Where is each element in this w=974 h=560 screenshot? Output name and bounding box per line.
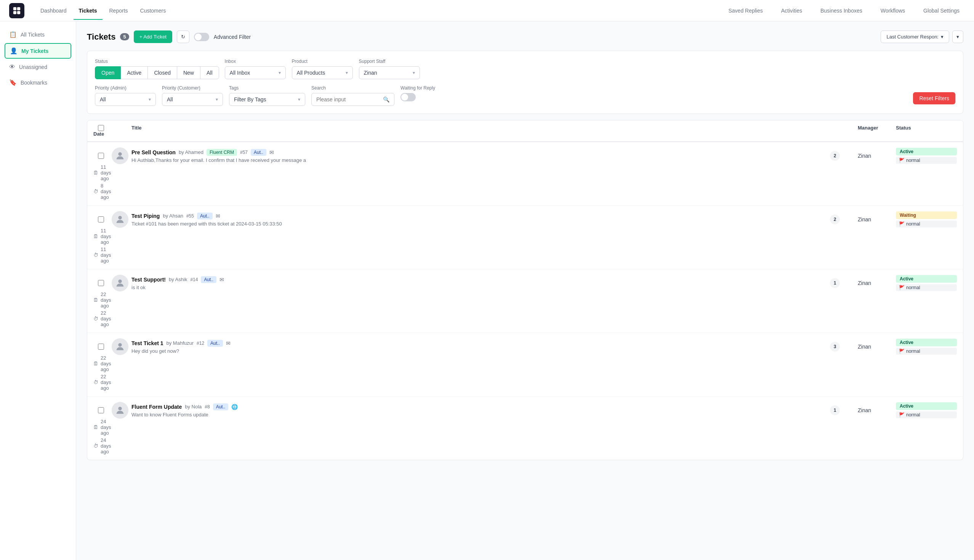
row-3-replies: 1 [812,278,858,288]
date-value-2: 8 days ago [101,183,111,200]
sidebar-label-unassigned: Unassigned [19,64,47,70]
reply-count: 2 [830,215,840,224]
tab-all[interactable]: All [200,66,219,79]
filter-row-2: Priority (Admin) All ▾ Priority (Custome… [95,85,955,106]
row-1-checkbox[interactable] [98,153,104,159]
tags-select[interactable]: Filter By Tags ▾ [229,93,305,106]
ticket-title-line: Pre Sell Question by Ahamed Fluent CRM #… [132,149,812,156]
priority-badge: 🚩 normal [896,348,957,355]
row-1-manager: Zinan [858,153,896,159]
eye-icon: 👁 [9,63,15,70]
ticket-preview: Want to know Fluent Forms update [132,412,812,418]
header-right: Last Customer Respon: ▾ ▾ [881,30,963,43]
nav-tickets[interactable]: Tickets [73,5,102,17]
bookmark-icon: 🔖 [9,79,17,86]
row-1-status: Active 🚩 normal [896,148,957,164]
table-row[interactable]: Pre Sell Question by Ahamed Fluent CRM #… [87,142,963,206]
app-logo[interactable] [9,3,24,18]
list-icon: 📋 [9,31,17,38]
search-label: Search [311,85,394,91]
header-manager-col: Manager [858,125,896,131]
tab-new[interactable]: New [177,66,200,79]
more-options-button[interactable]: ▾ [952,30,963,43]
sidebar-item-unassigned[interactable]: 👁 Unassigned [5,60,71,74]
ticket-title-line: Test Piping by Ahsan #55 Aut.. ✉ [132,213,812,220]
sidebar-item-all-tickets[interactable]: 📋 All Tickets [5,27,71,42]
inbox-chevron-icon: ▾ [279,70,281,75]
reset-filters-button[interactable]: Reset Filters [913,92,955,104]
avatar [112,147,128,164]
sidebar-item-my-tickets[interactable]: 👤 My Tickets [5,43,71,59]
ticket-tag-aut: Aut.. [213,403,228,410]
priority-customer-label: Priority (Customer) [162,85,223,91]
filter-group-support-staff: Support Staff Zinan ▾ [359,59,420,79]
calendar-icon: 🗓 [93,297,98,303]
reply-count: 1 [830,405,840,415]
row-5-replies: 1 [812,405,858,415]
product-select[interactable]: All Products ▾ [292,66,353,79]
nav-saved-replies[interactable]: Saved Replies [723,5,768,17]
nav-business-inboxes[interactable]: Business Inboxes [815,5,868,17]
priority-admin-select[interactable]: All ▾ [95,93,156,106]
tags-label: Tags [229,85,305,91]
ticket-by: by Ahsan [163,213,183,219]
table-row[interactable]: Fluent Form Update by Nola #8 Aut.. 🌐 Wa… [87,397,963,460]
filter-group-inbox: Inbox All Inbox ▾ [225,59,286,79]
reply-count: 2 [830,151,840,161]
clock-icon: ⏱ [93,316,98,322]
tab-open[interactable]: Open [95,66,121,79]
ticket-tag-fluent-crm: Fluent CRM [207,149,237,156]
calendar-icon: 🗓 [93,424,98,430]
priority-customer-chevron-icon: ▾ [216,97,218,102]
row-3-checkbox[interactable] [98,280,104,286]
nav-global-settings[interactable]: Global Settings [918,5,965,17]
status-badge: Active [896,148,957,155]
status-badge: Active [896,275,957,283]
tab-active[interactable]: Active [120,66,148,79]
support-staff-select[interactable]: Zinan ▾ [359,66,420,79]
nav-activities[interactable]: Activities [776,5,807,17]
advanced-filter-toggle[interactable] [194,33,209,41]
header-title-col: Title [132,125,812,131]
select-all-checkbox[interactable] [98,125,104,131]
waiting-reply-toggle[interactable] [400,93,416,101]
svg-point-6 [118,280,122,283]
support-staff-chevron-icon: ▾ [413,70,415,75]
row-5-checkbox[interactable] [98,407,104,413]
sort-select[interactable]: Last Customer Respon: ▾ [881,30,949,43]
row-checkbox-3 [93,280,108,286]
nav-reports[interactable]: Reports [104,5,133,17]
priority-admin-value: All [100,97,106,102]
product-value: All Products [297,70,325,76]
main-content: Tickets 5 + Add Ticket ↻ Advanced Filter… [76,21,974,560]
email-icon: ✉ [216,213,220,219]
tab-closed[interactable]: Closed [147,66,177,79]
add-ticket-button[interactable]: + Add Ticket [134,30,172,43]
date-line-2: ⏱ 8 days ago [93,183,108,200]
nav-customers[interactable]: Customers [135,5,172,17]
date-value-1: 11 days ago [101,228,111,245]
table-row[interactable]: Test Piping by Ahsan #55 Aut.. ✉ Ticket … [87,206,963,269]
refresh-button[interactable]: ↻ [177,30,189,43]
nav-dashboard[interactable]: Dashboard [35,5,72,17]
filter-group-priority-customer: Priority (Customer) All ▾ [162,85,223,106]
date-value-1: 24 days ago [101,419,111,436]
priority-customer-select[interactable]: All ▾ [162,93,223,106]
row-checkbox-2 [93,217,108,222]
row-2-checkbox[interactable] [98,217,104,222]
person-flag-icon: 🚩 [899,158,905,163]
nav-workflows[interactable]: Workflows [875,5,911,17]
row-4-checkbox[interactable] [98,343,104,350]
header-avatar-col [108,125,132,131]
avatar [112,402,128,419]
sidebar-item-bookmarks[interactable]: 🔖 Bookmarks [5,75,71,90]
inbox-select[interactable]: All Inbox ▾ [225,66,286,79]
svg-rect-3 [17,11,20,14]
search-input[interactable] [316,97,383,102]
filters-panel: Status Open Active Closed New All Inbox … [87,51,963,114]
table-row[interactable]: Test Support! by Ashik #14 Aut.. ✉ is it… [87,269,963,333]
table-row[interactable]: Test Ticket 1 by Mahfuzur #12 Aut.. ✉ He… [87,333,963,397]
row-checkbox-4 [93,343,108,350]
tags-value: Filter By Tags [234,97,266,102]
ticket-title-line: Fluent Form Update by Nola #8 Aut.. 🌐 [132,403,812,410]
